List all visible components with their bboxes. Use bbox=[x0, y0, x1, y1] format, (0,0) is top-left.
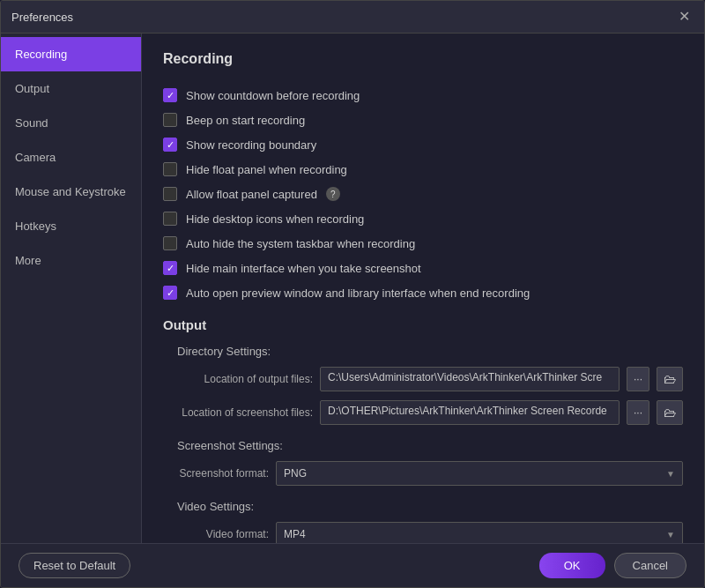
chevron-down-icon-2: ▼ bbox=[666, 530, 675, 540]
screenshot-format-row: Screenshot format: PNG ▼ bbox=[163, 461, 683, 486]
help-icon[interactable]: ? bbox=[326, 187, 340, 201]
title-bar: Preferences ✕ bbox=[1, 1, 704, 33]
ok-button[interactable]: OK bbox=[539, 553, 605, 578]
checkbox-auto-preview[interactable] bbox=[163, 286, 177, 300]
screenshot-location-input[interactable]: D:\OTHER\Pictures\ArkThinker\ArkThinker … bbox=[320, 400, 620, 425]
recording-title: Recording bbox=[163, 51, 683, 74]
checkbox-row-countdown: Show countdown before recording bbox=[163, 88, 683, 102]
checkbox-hide-float[interactable] bbox=[163, 162, 177, 176]
sidebar-item-hotkeys[interactable]: Hotkeys bbox=[1, 209, 141, 243]
folder-icon-2: 🗁 bbox=[664, 406, 676, 420]
dialog-content: Recording Output Sound Camera Mouse and … bbox=[1, 33, 704, 543]
close-button[interactable]: ✕ bbox=[675, 8, 694, 26]
sidebar-item-camera[interactable]: Camera bbox=[1, 140, 141, 175]
checkbox-row-beep: Beep on start recording bbox=[163, 113, 683, 127]
directory-settings-title: Directory Settings: bbox=[177, 345, 683, 358]
checkbox-row-boundary: Show recording boundary bbox=[163, 138, 683, 152]
dialog-title: Preferences bbox=[11, 11, 73, 24]
folder-icon: 🗁 bbox=[664, 372, 676, 386]
video-format-select[interactable]: MP4 ▼ bbox=[276, 522, 683, 543]
screenshot-folder-button[interactable]: 🗁 bbox=[657, 400, 683, 425]
screenshot-format-label: Screenshot format: bbox=[163, 467, 269, 480]
dialog-footer: Reset to Default OK Cancel bbox=[1, 543, 704, 587]
checkbox-row-auto-preview: Auto open preview window and library int… bbox=[163, 286, 683, 300]
sidebar-item-sound[interactable]: Sound bbox=[1, 106, 141, 140]
output-location-label: Location of output files: bbox=[163, 373, 313, 385]
checkbox-allow-float[interactable] bbox=[163, 187, 177, 201]
checkbox-row-hide-desktop: Hide desktop icons when recording bbox=[163, 212, 683, 226]
screenshot-location-label: Location of screenshot files: bbox=[163, 406, 313, 419]
video-settings-title: Video Settings: bbox=[177, 500, 683, 513]
checkbox-row-allow-float: Allow float panel captured ? bbox=[163, 187, 683, 201]
checkbox-beep[interactable] bbox=[163, 113, 177, 127]
output-dots-button[interactable]: ··· bbox=[627, 367, 649, 391]
checkbox-label-auto-preview: Auto open preview window and library int… bbox=[186, 287, 530, 300]
checkbox-row-hide-main: Hide main interface when you take screen… bbox=[163, 261, 683, 275]
sidebar: Recording Output Sound Camera Mouse and … bbox=[1, 33, 142, 543]
screenshot-format-value: PNG bbox=[284, 467, 307, 480]
preferences-dialog: Preferences ✕ Recording Output Sound Cam… bbox=[0, 0, 705, 588]
checkbox-countdown[interactable] bbox=[163, 88, 177, 102]
footer-actions: OK Cancel bbox=[539, 553, 686, 578]
sidebar-item-mouse[interactable]: Mouse and Keystroke bbox=[1, 175, 141, 209]
checkbox-boundary[interactable] bbox=[163, 138, 177, 152]
checkbox-row-hide-float: Hide float panel when recording bbox=[163, 162, 683, 176]
output-location-row: Location of output files: C:\Users\Admin… bbox=[163, 367, 683, 391]
main-panel: Recording Show countdown before recordin… bbox=[142, 33, 704, 543]
chevron-down-icon: ▼ bbox=[666, 469, 675, 479]
checkbox-label-beep: Beep on start recording bbox=[186, 114, 305, 127]
output-location-input[interactable]: C:\Users\Administrator\Videos\ArkThinker… bbox=[320, 367, 620, 391]
reset-button[interactable]: Reset to Default bbox=[19, 553, 130, 578]
checkbox-hide-taskbar[interactable] bbox=[163, 236, 177, 250]
checkbox-label-hide-main: Hide main interface when you take screen… bbox=[186, 262, 421, 275]
checkbox-label-hide-taskbar: Auto hide the system taskbar when record… bbox=[186, 237, 415, 250]
checkbox-label-countdown: Show countdown before recording bbox=[186, 89, 360, 102]
screenshot-settings-section: Screenshot Settings: Screenshot format: … bbox=[163, 439, 683, 486]
sidebar-item-output[interactable]: Output bbox=[1, 71, 141, 106]
checkbox-label-allow-float: Allow float panel captured bbox=[186, 188, 317, 201]
video-format-label: Video format: bbox=[163, 528, 269, 540]
cancel-button[interactable]: Cancel bbox=[614, 553, 686, 578]
video-format-row: Video format: MP4 ▼ bbox=[163, 522, 683, 543]
video-settings-section: Video Settings: Video format: MP4 ▼ bbox=[163, 500, 683, 543]
screenshot-location-row: Location of screenshot files: D:\OTHER\P… bbox=[163, 400, 683, 425]
output-title: Output bbox=[163, 317, 683, 332]
checkbox-label-hide-desktop: Hide desktop icons when recording bbox=[186, 212, 364, 226]
video-format-value: MP4 bbox=[284, 528, 306, 540]
checkbox-label-hide-float: Hide float panel when recording bbox=[186, 163, 347, 176]
sidebar-item-recording[interactable]: Recording bbox=[1, 37, 141, 71]
checkbox-label-boundary: Show recording boundary bbox=[186, 138, 316, 152]
checkbox-hide-desktop[interactable] bbox=[163, 212, 177, 226]
checkbox-hide-main[interactable] bbox=[163, 261, 177, 275]
output-section: Output Directory Settings: Location of o… bbox=[163, 317, 683, 543]
screenshot-settings-title: Screenshot Settings: bbox=[177, 439, 683, 452]
screenshot-dots-button[interactable]: ··· bbox=[627, 400, 649, 425]
checkbox-row-hide-taskbar: Auto hide the system taskbar when record… bbox=[163, 236, 683, 250]
screenshot-format-select[interactable]: PNG ▼ bbox=[276, 461, 683, 486]
output-folder-button[interactable]: 🗁 bbox=[657, 367, 683, 391]
sidebar-item-more[interactable]: More bbox=[1, 243, 141, 278]
